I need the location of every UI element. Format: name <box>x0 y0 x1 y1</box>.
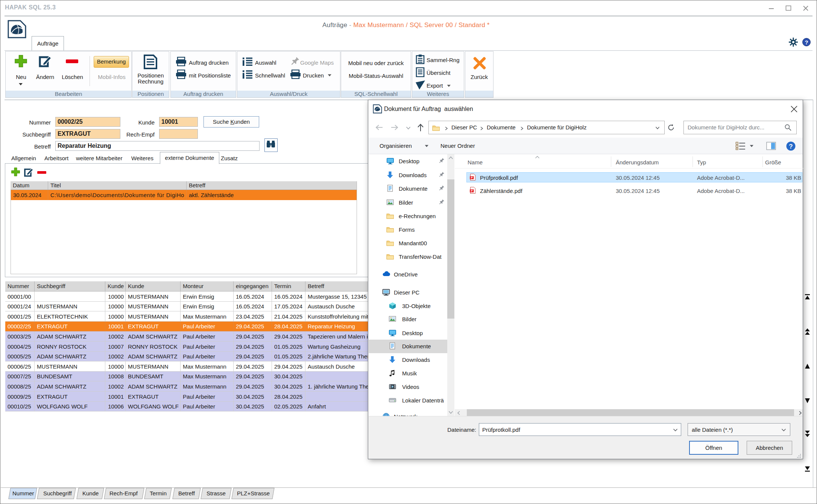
svg-text:?: ? <box>789 143 793 150</box>
svg-text:?: ? <box>805 39 808 46</box>
svg-text:P: P <box>471 176 473 179</box>
svg-text:P: P <box>471 189 473 193</box>
